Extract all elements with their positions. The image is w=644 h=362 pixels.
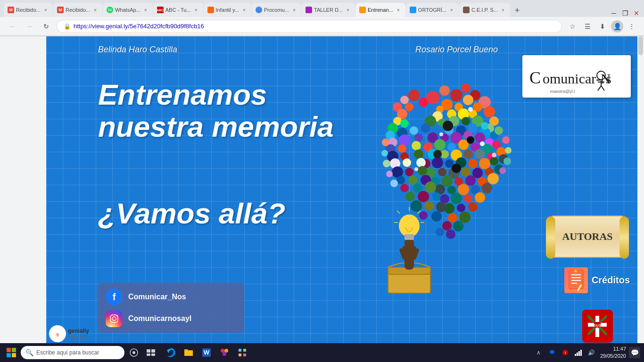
svg-rect-214: [575, 354, 576, 356]
svg-point-155: [443, 121, 453, 131]
instagram-link[interactable]: Comunicarnosayl: [106, 310, 237, 327]
forward-button[interactable]: →: [23, 20, 36, 33]
svg-point-140: [495, 126, 503, 135]
svg-point-61: [434, 139, 446, 150]
social-panel: f Comunicar_Nos Comunicarnosayl: [98, 283, 244, 333]
new-tab-button[interactable]: +: [511, 4, 524, 17]
close-button[interactable]: ✕: [633, 9, 640, 17]
taskbar-edge[interactable]: [162, 344, 179, 361]
downloads-icon[interactable]: ⬇: [596, 20, 609, 33]
creditos-button[interactable]: Créditos: [564, 267, 630, 293]
tab-close-9[interactable]: ×: [448, 7, 455, 13]
tab-close-3[interactable]: ×: [142, 7, 149, 13]
tab-procomu[interactable]: Procomu... ×: [252, 3, 301, 17]
dropbox-tray-icon[interactable]: [546, 347, 558, 358]
tray-arrow-icon[interactable]: ∧: [533, 347, 545, 358]
svg-rect-207: [243, 349, 246, 352]
taskbar-search[interactable]: 🔍 Escribe aquí para buscar: [21, 346, 124, 359]
tab-whatsapp[interactable]: W WhatsAp... ×: [103, 3, 153, 17]
svg-point-40: [400, 119, 409, 128]
bookmark-star-icon[interactable]: ☆: [566, 20, 579, 33]
svg-point-26: [405, 103, 413, 111]
tab-ceip[interactable]: C.E.I.P. S... ×: [459, 3, 510, 17]
back-button[interactable]: ←: [6, 20, 19, 33]
svg-point-154: [492, 153, 496, 157]
svg-line-169: [418, 211, 421, 214]
svg-point-85: [479, 158, 490, 169]
brain-area: [324, 60, 551, 286]
svg-point-104: [465, 175, 476, 186]
menu-icon[interactable]: ⋮: [625, 20, 638, 33]
tab-close-7[interactable]: ×: [345, 7, 351, 13]
taskbar-explorer[interactable]: [180, 344, 197, 361]
taskbar-other[interactable]: [234, 344, 251, 361]
svg-point-192: [116, 316, 117, 317]
svg-point-150: [468, 107, 473, 112]
tab-close-10[interactable]: ×: [500, 7, 506, 13]
taskbar-word[interactable]: W: [198, 344, 215, 361]
euskera-button[interactable]: EUS Euskera: [579, 310, 616, 347]
restore-button[interactable]: ❐: [621, 9, 629, 17]
svg-rect-208: [239, 354, 241, 356]
svg-rect-209: [243, 354, 246, 356]
tab-abc[interactable]: ABC ABC - Tu... ×: [153, 3, 203, 17]
tab-gmail-2[interactable]: M Recibido... ×: [53, 3, 102, 17]
svg-point-73: [463, 149, 473, 159]
tab-close-6[interactable]: ×: [291, 7, 297, 13]
tab-close-2[interactable]: ×: [92, 7, 99, 13]
minimize-button[interactable]: ─: [610, 9, 618, 17]
cortana-icon[interactable]: [126, 345, 141, 360]
svg-line-7: [601, 86, 604, 90]
creditos-icon: [564, 267, 588, 293]
svg-point-148: [386, 171, 393, 177]
facebook-link[interactable]: f Comunicar_Nos: [106, 288, 237, 305]
svg-point-157: [467, 136, 474, 144]
tab-infantil[interactable]: Infantil y... ×: [204, 3, 251, 17]
network-tray-icon[interactable]: [573, 347, 584, 358]
scroll-right[interactable]: [637, 36, 644, 347]
reading-list-icon[interactable]: ☰: [581, 20, 594, 33]
click-here[interactable]: Haz click aquí: [339, 286, 433, 347]
sub-title: ¿Vamos allá?: [98, 197, 285, 230]
tab-gmail-1[interactable]: M Recibido... ×: [4, 3, 53, 17]
lightbulb-svg[interactable]: [362, 201, 456, 296]
svg-point-102: [441, 175, 453, 187]
tab-close-1[interactable]: ×: [42, 7, 49, 13]
svg-point-86: [490, 157, 498, 165]
clock[interactable]: 11:47 29/05/2020: [600, 346, 626, 360]
svg-point-132: [459, 212, 471, 223]
windows-logo-icon: [7, 348, 16, 357]
svg-point-139: [481, 122, 488, 130]
autoras-button[interactable]: AUTORAS: [550, 215, 625, 258]
start-button[interactable]: [4, 345, 19, 360]
svg-rect-216: [578, 351, 580, 356]
taskbar-paint[interactable]: [216, 344, 233, 361]
tab-entrenamos[interactable]: Entrenan... ×: [355, 3, 405, 17]
tab-close-5[interactable]: ×: [241, 7, 248, 13]
antivirus-tray-icon[interactable]: !: [560, 347, 571, 358]
svg-point-11: [450, 89, 462, 101]
svg-point-123: [418, 191, 429, 202]
svg-point-36: [462, 117, 470, 125]
reload-button[interactable]: ↻: [40, 20, 53, 33]
volume-tray-icon[interactable]: 🔊: [586, 347, 597, 358]
address-input[interactable]: 🔒 https://view.genial.ly/5e7642d20fcfb90…: [57, 20, 562, 33]
tab-ortog[interactable]: ORTOGRÍ... ×: [406, 3, 459, 17]
profile-icon[interactable]: 👤: [611, 20, 623, 33]
svg-point-127: [468, 202, 478, 212]
svg-point-141: [502, 136, 510, 144]
task-view-icon[interactable]: [143, 345, 158, 360]
toolbar-actions: ☆ ☰ ⬇ 👤 ⋮: [566, 20, 638, 33]
svg-point-152: [480, 141, 485, 146]
svg-text:!: !: [565, 351, 566, 355]
tab-close-4[interactable]: ×: [193, 7, 199, 13]
tab-taller[interactable]: TALLER D... ×: [302, 3, 355, 17]
svg-point-149: [390, 180, 398, 187]
svg-point-41: [421, 123, 430, 133]
svg-point-115: [400, 184, 409, 192]
tab-close-8[interactable]: ×: [395, 7, 402, 13]
search-placeholder: Escribe aquí para buscar: [36, 349, 99, 356]
svg-point-106: [487, 173, 499, 184]
svg-point-145: [382, 139, 389, 146]
notification-icon[interactable]: 💬: [629, 347, 640, 358]
